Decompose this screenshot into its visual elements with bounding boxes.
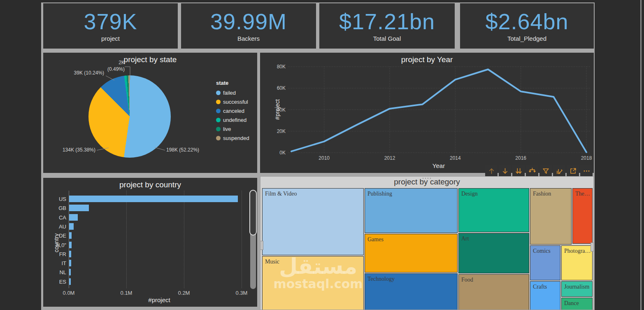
expand-all-icon[interactable] [526, 165, 538, 176]
window-scrollbar[interactable] [640, 0, 642, 310]
legend-item-canceled[interactable]: canceled [216, 108, 249, 114]
drill-down-icon[interactable] [499, 165, 511, 176]
legend-item-live[interactable]: live [216, 126, 249, 132]
x-tick-label: 0.0M [58, 290, 79, 296]
tile-label: The… [573, 189, 592, 197]
legend-dot-icon [216, 91, 221, 95]
filter-icon[interactable] [539, 165, 552, 176]
legend-label: canceled [223, 108, 244, 114]
bar-NL[interactable] [69, 269, 71, 275]
more-options-icon[interactable] [580, 165, 593, 176]
treemap-tile-film-video[interactable]: Film & Video [262, 188, 364, 255]
bar-FR[interactable] [69, 251, 71, 257]
kpi-label: Total_Pledged [507, 35, 546, 42]
bar-US[interactable] [69, 196, 238, 202]
x-tick-label: 2014 [447, 155, 463, 161]
tile-label: Comics [530, 246, 560, 254]
legend-item-undefined[interactable]: undefined [216, 117, 249, 123]
bar-ES[interactable] [69, 278, 71, 285]
drill-up-icon[interactable] [485, 165, 498, 176]
kpi-label: Backers [237, 35, 260, 42]
go-to-next-level-icon[interactable] [512, 165, 525, 176]
right-resize-handle[interactable] [591, 242, 594, 252]
line-chart-panel[interactable]: project by Year #project 0K20K40K60K80K2… [260, 53, 594, 173]
chart-title: project by category [260, 177, 593, 186]
treemap-tile-dance[interactable]: Dance [561, 298, 593, 310]
gridline [184, 191, 184, 288]
legend-label: suspended [223, 135, 249, 141]
kpi-label: project [101, 35, 120, 42]
treemap-tile-technology[interactable]: Technology [365, 273, 458, 310]
line-chart[interactable] [288, 66, 590, 154]
legend-label: undefined [223, 117, 246, 123]
tile-label: Design [459, 189, 529, 197]
bar-IT[interactable] [69, 260, 71, 266]
legend-item-suspended[interactable]: suspended [216, 135, 249, 141]
chart-title: project by country [43, 180, 257, 189]
tile-label: Journalism [562, 282, 592, 290]
legend-dot-icon [216, 136, 221, 140]
left-resize-handle[interactable] [260, 241, 263, 250]
pie-legend: state failedsuccessfulcanceledundefinedl… [216, 80, 249, 141]
bar-GB[interactable] [69, 205, 89, 211]
treemap-tile-art[interactable]: Art [458, 233, 529, 273]
bar-category-label: CA [46, 214, 66, 221]
pie-chart[interactable] [88, 75, 171, 158]
tile-label: Photogra… [562, 246, 592, 254]
y-tick-label: 20K [272, 128, 286, 134]
focus-mode-icon[interactable] [567, 165, 579, 176]
chart-scrollbar-thumb[interactable] [249, 190, 257, 235]
bar-AU[interactable] [69, 223, 74, 230]
x-tick-label: 2016 [513, 155, 529, 161]
treemap-tile-music[interactable]: Music [262, 256, 364, 310]
bar-category-label: N,0" [46, 242, 66, 248]
kpi-card-total-goal[interactable]: $17.21bn Total Goal [319, 3, 455, 49]
treemap-tile-design[interactable]: Design [458, 188, 529, 232]
kpi-card-backers[interactable]: 39.99M Backers [181, 3, 316, 49]
treemap-tile-publishing[interactable]: Publishing [365, 188, 458, 233]
y-tick-label: 0K [272, 150, 286, 156]
pie-chart-panel[interactable]: project by state 198K (52.22%)134K (35.3… [43, 53, 257, 173]
tile-label: Music [263, 256, 363, 265]
treemap-tile-the-[interactable]: The… [572, 188, 593, 244]
treemap-tile-photogra-[interactable]: Photogra… [561, 245, 593, 280]
bar-DE[interactable] [69, 232, 72, 239]
tile-label: Film & Video [263, 189, 363, 197]
tile-label: Art [459, 233, 529, 242]
x-tick-label: 2010 [316, 155, 332, 161]
x-tick-label: 2012 [381, 155, 398, 161]
chart-scrollbar-track[interactable] [250, 234, 256, 289]
y-tick-label: 40K [272, 107, 286, 113]
legend-dot-icon [216, 127, 221, 131]
x-tick-label: 0.3M [231, 290, 252, 296]
bar-N,0"[interactable] [69, 242, 72, 248]
x-tick-label: 2018 [578, 155, 594, 161]
legend-item-successful[interactable]: successful [216, 99, 249, 105]
legend-item-failed[interactable]: failed [216, 90, 249, 96]
treemap-tiles: Film & VideoMusicPublishingGamesTechnolo… [262, 188, 593, 310]
bar-category-label: DE [46, 233, 66, 239]
tile-label: Fashion [530, 189, 571, 197]
visual-header-toolbar [485, 165, 593, 176]
x-axis-title: #project [143, 296, 176, 303]
bar-CA[interactable] [69, 214, 78, 221]
treemap-panel[interactable]: project by category Film & VideoMusicPub… [260, 176, 594, 310]
tile-label: Dance [562, 298, 592, 307]
kpi-card-project[interactable]: 379K project [43, 3, 178, 49]
treemap-header: project by category [260, 177, 593, 188]
treemap-tile-journalism[interactable]: Journalism [561, 281, 593, 297]
bar-category-label: FR [46, 251, 66, 257]
legend-title: state [216, 80, 249, 86]
chart-title: project by state [43, 55, 257, 64]
chart-edit-icon[interactable] [553, 165, 565, 176]
tile-label: Games [365, 234, 457, 243]
bar-chart-panel[interactable]: project by country country 0.0M0.1M0.2M0… [43, 178, 257, 307]
treemap-tile-fashion[interactable]: Fashion [530, 188, 572, 245]
kpi-card-total-pledged[interactable]: $2.64bn Total_Pledged [460, 3, 594, 49]
treemap-tile-comics[interactable]: Comics [530, 245, 560, 280]
powerbi-dashboard: 379K project 39.99M Backers $17.21bn Tot… [0, 0, 644, 310]
treemap-tile-food[interactable]: Food [458, 274, 529, 310]
treemap-tile-crafts[interactable]: Crafts [530, 281, 560, 310]
treemap-tile-games[interactable]: Games [365, 234, 458, 273]
bar-category-label: IT [46, 260, 66, 266]
